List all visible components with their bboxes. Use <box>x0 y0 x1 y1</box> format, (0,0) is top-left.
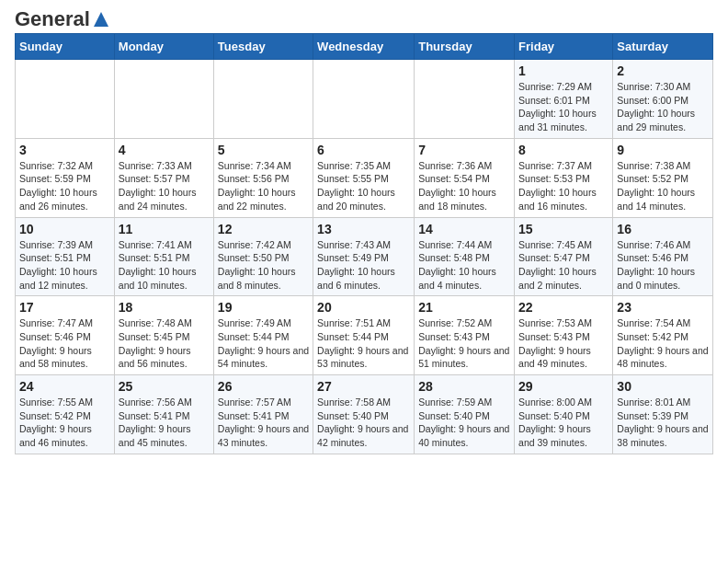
day-info: Sunrise: 7:41 AM Sunset: 5:51 PM Dayligh… <box>119 238 210 293</box>
calendar-cell: 3Sunrise: 7:32 AM Sunset: 5:59 PM Daylig… <box>16 138 115 217</box>
calendar-cell: 27Sunrise: 7:58 AM Sunset: 5:40 PM Dayli… <box>313 375 415 454</box>
day-header-monday: Monday <box>114 34 213 60</box>
day-info: Sunrise: 7:32 AM Sunset: 5:59 PM Dayligh… <box>19 159 110 213</box>
day-header-tuesday: Tuesday <box>213 34 313 60</box>
calendar-cell: 15Sunrise: 7:45 AM Sunset: 5:47 PM Dayli… <box>515 217 613 296</box>
day-info: Sunrise: 7:42 AM Sunset: 5:50 PM Dayligh… <box>218 238 309 293</box>
calendar-cell: 14Sunrise: 7:44 AM Sunset: 5:48 PM Dayli… <box>415 217 515 296</box>
day-number: 22 <box>518 300 609 315</box>
calendar-cell: 6Sunrise: 7:35 AM Sunset: 5:55 PM Daylig… <box>313 138 415 217</box>
day-number: 21 <box>418 300 510 315</box>
day-info: Sunrise: 8:00 AM Sunset: 5:40 PM Dayligh… <box>518 396 609 450</box>
day-number: 26 <box>218 379 309 394</box>
svg-marker-1 <box>94 12 108 27</box>
calendar-cell <box>16 60 115 139</box>
day-info: Sunrise: 7:57 AM Sunset: 5:41 PM Dayligh… <box>218 396 309 450</box>
calendar-cell: 13Sunrise: 7:43 AM Sunset: 5:49 PM Dayli… <box>313 217 415 296</box>
day-info: Sunrise: 7:34 AM Sunset: 5:56 PM Dayligh… <box>218 159 309 213</box>
calendar-cell: 1Sunrise: 7:29 AM Sunset: 6:01 PM Daylig… <box>515 60 613 139</box>
day-number: 10 <box>19 222 110 236</box>
header-row: SundayMondayTuesdayWednesdayThursdayFrid… <box>16 34 713 60</box>
day-info: Sunrise: 7:48 AM Sunset: 5:45 PM Dayligh… <box>119 316 210 371</box>
day-info: Sunrise: 7:59 AM Sunset: 5:40 PM Dayligh… <box>418 396 510 450</box>
week-row-2: 10Sunrise: 7:39 AM Sunset: 5:51 PM Dayli… <box>16 217 713 296</box>
day-number: 16 <box>617 222 709 236</box>
day-info: Sunrise: 7:51 AM Sunset: 5:44 PM Dayligh… <box>317 316 410 371</box>
week-row-4: 24Sunrise: 7:55 AM Sunset: 5:42 PM Dayli… <box>16 375 713 454</box>
day-number: 23 <box>617 300 709 315</box>
day-number: 7 <box>418 143 510 157</box>
calendar-cell: 12Sunrise: 7:42 AM Sunset: 5:50 PM Dayli… <box>213 217 313 296</box>
day-number: 8 <box>518 143 609 157</box>
calendar-cell: 30Sunrise: 8:01 AM Sunset: 5:39 PM Dayli… <box>613 375 713 454</box>
day-number: 1 <box>518 63 609 78</box>
calendar-cell: 5Sunrise: 7:34 AM Sunset: 5:56 PM Daylig… <box>213 138 313 217</box>
day-info: Sunrise: 7:52 AM Sunset: 5:43 PM Dayligh… <box>418 316 510 371</box>
day-number: 24 <box>19 379 110 394</box>
day-number: 29 <box>518 379 609 394</box>
calendar-cell: 17Sunrise: 7:47 AM Sunset: 5:46 PM Dayli… <box>16 296 115 375</box>
day-info: Sunrise: 7:46 AM Sunset: 5:46 PM Dayligh… <box>617 238 709 293</box>
calendar-cell: 26Sunrise: 7:57 AM Sunset: 5:41 PM Dayli… <box>213 375 313 454</box>
week-row-0: 1Sunrise: 7:29 AM Sunset: 6:01 PM Daylig… <box>16 60 713 139</box>
day-number: 2 <box>617 63 709 78</box>
day-info: Sunrise: 7:58 AM Sunset: 5:40 PM Dayligh… <box>317 396 410 450</box>
calendar-cell <box>213 60 313 139</box>
day-info: Sunrise: 7:56 AM Sunset: 5:41 PM Dayligh… <box>119 396 210 450</box>
day-info: Sunrise: 7:45 AM Sunset: 5:47 PM Dayligh… <box>518 238 609 293</box>
day-number: 6 <box>317 143 410 157</box>
calendar-cell: 4Sunrise: 7:33 AM Sunset: 5:57 PM Daylig… <box>114 138 213 217</box>
calendar-cell: 28Sunrise: 7:59 AM Sunset: 5:40 PM Dayli… <box>415 375 515 454</box>
calendar-cell <box>415 60 515 139</box>
calendar-cell: 10Sunrise: 7:39 AM Sunset: 5:51 PM Dayli… <box>16 217 115 296</box>
day-info: Sunrise: 7:39 AM Sunset: 5:51 PM Dayligh… <box>19 238 110 293</box>
calendar-cell: 19Sunrise: 7:49 AM Sunset: 5:44 PM Dayli… <box>213 296 313 375</box>
calendar-cell: 25Sunrise: 7:56 AM Sunset: 5:41 PM Dayli… <box>114 375 213 454</box>
day-info: Sunrise: 8:01 AM Sunset: 5:39 PM Dayligh… <box>617 396 709 450</box>
calendar-cell <box>114 60 213 139</box>
day-number: 30 <box>617 379 709 394</box>
day-info: Sunrise: 7:30 AM Sunset: 6:00 PM Dayligh… <box>617 80 709 134</box>
calendar-cell: 24Sunrise: 7:55 AM Sunset: 5:42 PM Dayli… <box>16 375 115 454</box>
logo-general-label: General <box>15 7 90 31</box>
day-number: 12 <box>218 222 309 236</box>
day-number: 17 <box>19 300 110 315</box>
calendar-cell: 9Sunrise: 7:38 AM Sunset: 5:52 PM Daylig… <box>613 138 713 217</box>
day-info: Sunrise: 7:47 AM Sunset: 5:46 PM Dayligh… <box>19 316 110 371</box>
day-number: 3 <box>19 143 110 157</box>
calendar-cell: 22Sunrise: 7:53 AM Sunset: 5:43 PM Dayli… <box>515 296 613 375</box>
day-header-thursday: Thursday <box>415 34 515 60</box>
calendar-cell: 21Sunrise: 7:52 AM Sunset: 5:43 PM Dayli… <box>415 296 515 375</box>
day-header-wednesday: Wednesday <box>313 34 415 60</box>
day-number: 5 <box>218 143 309 157</box>
day-number: 18 <box>119 300 210 315</box>
day-header-saturday: Saturday <box>613 34 713 60</box>
day-info: Sunrise: 7:53 AM Sunset: 5:43 PM Dayligh… <box>518 316 609 371</box>
day-info: Sunrise: 7:38 AM Sunset: 5:52 PM Dayligh… <box>617 159 709 213</box>
calendar-cell: 2Sunrise: 7:30 AM Sunset: 6:00 PM Daylig… <box>613 60 713 139</box>
logo-triangle-icon <box>92 10 110 29</box>
day-number: 4 <box>119 143 210 157</box>
day-number: 15 <box>518 222 609 236</box>
day-number: 13 <box>317 222 410 236</box>
day-header-sunday: Sunday <box>16 34 115 60</box>
day-number: 19 <box>218 300 309 315</box>
day-info: Sunrise: 7:36 AM Sunset: 5:54 PM Dayligh… <box>418 159 510 213</box>
page-header: General <box>15 15 713 26</box>
day-info: Sunrise: 7:29 AM Sunset: 6:01 PM Dayligh… <box>518 80 609 134</box>
day-header-friday: Friday <box>515 34 613 60</box>
day-info: Sunrise: 7:33 AM Sunset: 5:57 PM Dayligh… <box>119 159 210 213</box>
day-info: Sunrise: 7:55 AM Sunset: 5:42 PM Dayligh… <box>19 396 110 450</box>
logo: General <box>15 15 112 26</box>
day-info: Sunrise: 7:54 AM Sunset: 5:42 PM Dayligh… <box>617 316 709 371</box>
calendar-cell: 7Sunrise: 7:36 AM Sunset: 5:54 PM Daylig… <box>415 138 515 217</box>
calendar-cell: 18Sunrise: 7:48 AM Sunset: 5:45 PM Dayli… <box>114 296 213 375</box>
day-info: Sunrise: 7:35 AM Sunset: 5:55 PM Dayligh… <box>317 159 410 213</box>
day-number: 11 <box>119 222 210 236</box>
calendar-cell: 20Sunrise: 7:51 AM Sunset: 5:44 PM Dayli… <box>313 296 415 375</box>
calendar-cell <box>313 60 415 139</box>
day-number: 20 <box>317 300 410 315</box>
calendar-cell: 29Sunrise: 8:00 AM Sunset: 5:40 PM Dayli… <box>515 375 613 454</box>
day-info: Sunrise: 7:43 AM Sunset: 5:49 PM Dayligh… <box>317 238 410 293</box>
calendar-cell: 23Sunrise: 7:54 AM Sunset: 5:42 PM Dayli… <box>613 296 713 375</box>
